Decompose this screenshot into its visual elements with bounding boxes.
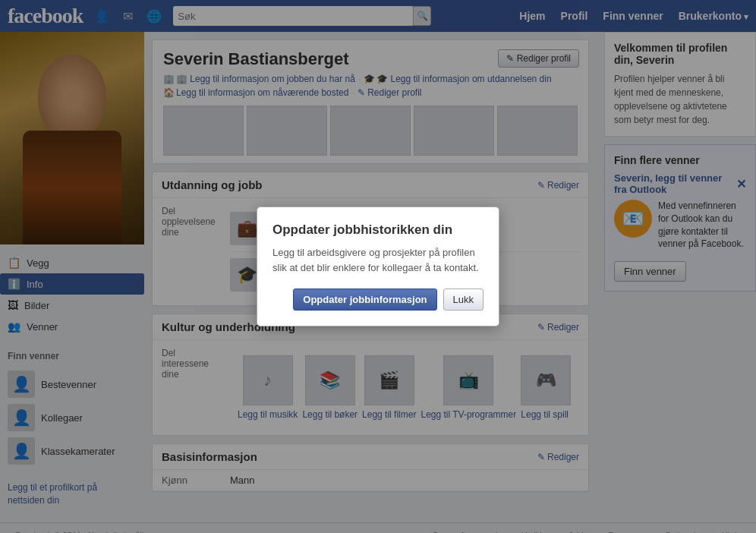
- modal-close-button[interactable]: Lukk: [443, 289, 484, 311]
- modal-update-button[interactable]: Oppdater jobbinformasjon: [293, 289, 436, 311]
- modal-buttons: Oppdater jobbinformasjon Lukk: [272, 289, 484, 311]
- modal-title: Oppdater jobbhistorikken din: [272, 222, 484, 238]
- modal-dialog: Oppdater jobbhistorikken din Legg til ar…: [257, 207, 499, 326]
- modal-text: Legg til arbeidsgivere og prosjekter på …: [272, 245, 484, 275]
- modal-overlay: Oppdater jobbhistorikken din Legg til ar…: [0, 0, 756, 533]
